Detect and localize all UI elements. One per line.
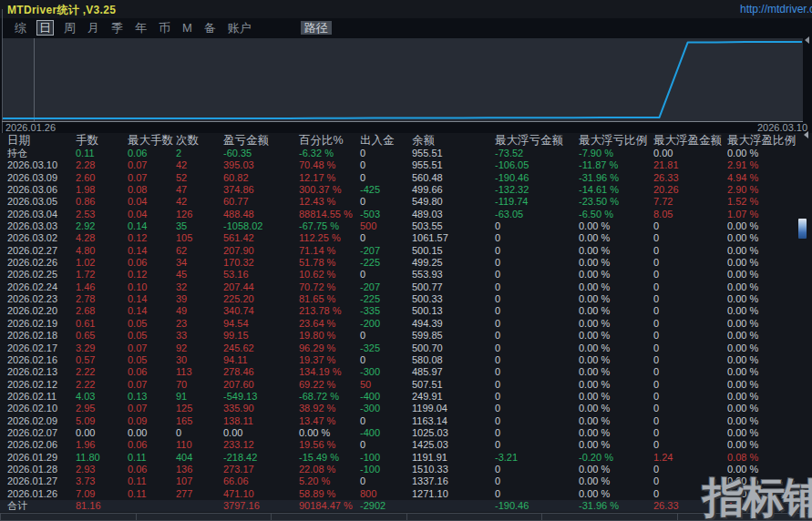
menu-item-季[interactable]: 季: [109, 21, 125, 35]
table-row[interactable]: 2026.02.102.950.07125335.9038.92 %-30011…: [0, 403, 812, 414]
table-row[interactable]: 2026.02.061.960.06110233.1219.56 %01425.…: [0, 439, 812, 451]
table-row[interactable]: 2026.02.132.220.06113278.46134.19 %-3004…: [0, 366, 812, 378]
scroll-arrow-icon[interactable]: [804, 131, 808, 138]
column-header[interactable]: 最大浮盈金额: [653, 133, 727, 148]
column-header[interactable]: 出入金: [360, 133, 412, 148]
table-row[interactable]: 2026.02.190.610.052394.5423.64 %-200494.…: [0, 318, 812, 330]
value-cell: 0.00 %: [579, 403, 653, 414]
value-cell: 249.91: [412, 391, 495, 403]
table-row[interactable]: 2026.03.102.280.0742395.0370.48 %0955.51…: [0, 159, 812, 171]
menu-item-M[interactable]: M: [180, 21, 194, 35]
column-header[interactable]: 余额: [412, 133, 495, 148]
value-cell: 0.07: [128, 342, 176, 354]
table-row[interactable]: 2026.02.261.020.0634170.3251.78 %-225499…: [0, 257, 812, 269]
value-cell: 1199.04: [412, 403, 495, 414]
table-row[interactable]: 2026.02.114.030.1391-549.13-68.72 %-4002…: [0, 391, 812, 403]
value-cell: 71.14 %: [299, 245, 360, 257]
date-cell: 持仓: [7, 148, 76, 159]
menu-item-账户[interactable]: 账户: [226, 21, 253, 35]
value-cell: 62: [176, 245, 223, 257]
value-cell: 2: [176, 148, 223, 159]
menu-item-月[interactable]: 月: [86, 21, 101, 35]
table-row[interactable]: 2026.02.251.720.124553.1610.62 %0553.930…: [0, 269, 812, 281]
value-cell: 374.86: [223, 184, 299, 196]
value-cell: 1.52 %: [727, 196, 804, 208]
value-cell: 1.07 %: [727, 209, 804, 220]
table-row[interactable]: 2026.02.274.800.1462207.9071.14 %-207500…: [0, 245, 812, 257]
table-row[interactable]: 2026.01.267.090.11277471.1058.89 %800127…: [0, 488, 812, 500]
path-button[interactable]: 路径: [301, 21, 332, 35]
table-row[interactable]: 2026.03.061.980.0847374.86300.37 %-42549…: [0, 184, 812, 196]
value-cell: 1271.10: [412, 488, 495, 500]
table-header-row: 日期手数最大手数次数盈亏金额百分比%出入金余额最大浮亏金额最大浮亏比例最大浮盈金…: [0, 133, 812, 148]
table-row[interactable]: 2026.01.282.930.06136273.1722.08 %-10015…: [0, 464, 812, 475]
menu-item-日[interactable]: 日: [36, 20, 54, 36]
column-header[interactable]: 最大浮亏比例: [579, 133, 653, 148]
value-cell: 0: [653, 439, 727, 451]
table-row[interactable]: 2026.03.050.860.044260.7712.43 %0549.80-…: [0, 196, 812, 208]
menu-item-年[interactable]: 年: [133, 21, 149, 35]
value-cell: 0: [495, 342, 579, 354]
table-row[interactable]: 2026.02.095.090.09165138.1113.47 %01163.…: [0, 415, 812, 427]
value-cell: 0.00 %: [579, 281, 653, 293]
table-row[interactable]: 2026.03.042.530.04126488.4888814.55 %-50…: [0, 209, 812, 220]
column-header[interactable]: 最大浮亏金额: [495, 133, 579, 148]
value-cell: 955.51: [412, 159, 495, 171]
value-cell: 0.00 %: [579, 269, 653, 281]
date-cell: 2026.02.18: [7, 330, 76, 342]
value-cell: 0.00 %: [579, 439, 653, 451]
table-row[interactable]: 2026.01.2911.800.11404-218.42-15.49 %-10…: [0, 452, 812, 464]
table-row[interactable]: 2026.02.122.220.0770207.6069.22 %50507.5…: [0, 379, 812, 391]
value-cell: 0: [653, 354, 727, 366]
value-cell: 2.78: [76, 293, 128, 305]
column-header[interactable]: 最大浮盈比例: [727, 133, 804, 148]
column-header[interactable]: 最大手数: [128, 133, 176, 148]
value-cell: 503.55: [412, 220, 495, 232]
table-row[interactable]: 2026.02.202.680.1449340.74213.78 %-33550…: [0, 305, 812, 317]
value-cell: -225: [360, 293, 412, 305]
value-cell: 800: [360, 488, 412, 500]
date-cell: 2026.02.06: [7, 439, 76, 451]
website-link[interactable]: http://mtdriver.c: [740, 3, 812, 15]
table-row[interactable]: 2026.03.092.600.075260.8212.17 %0560.48-…: [0, 172, 812, 184]
value-cell: -132.32: [495, 184, 579, 196]
value-cell: 42: [176, 196, 223, 208]
value-cell: 35: [176, 220, 223, 232]
menu-item-周[interactable]: 周: [62, 21, 77, 35]
table-row[interactable]: 2026.02.173.290.0792245.6296.29 %-325500…: [0, 342, 812, 354]
table-row[interactable]: 2026.02.180.650.053399.1519.80 %0599.850…: [0, 330, 812, 342]
value-cell: 0.86: [76, 196, 128, 208]
menu-item-综[interactable]: 综: [13, 21, 28, 35]
column-header[interactable]: 百分比%: [299, 133, 360, 148]
menu-item-备[interactable]: 备: [202, 21, 218, 35]
value-cell: 1.98: [76, 184, 128, 196]
value-cell: 0.00 %: [727, 439, 804, 451]
table-row[interactable]: 2026.02.241.460.1032207.4470.72 %-207500…: [0, 281, 812, 293]
value-cell: -31.96 %: [579, 500, 653, 512]
date-cell: 2026.02.11: [7, 391, 76, 403]
table-row[interactable]: 2026.02.070.000.0000.000.00 %-4001025.03…: [0, 427, 812, 439]
column-header[interactable]: 次数: [176, 133, 223, 148]
value-cell: 225.20: [223, 293, 299, 305]
value-cell: 88814.55 %: [299, 209, 360, 220]
column-header[interactable]: 手数: [76, 133, 128, 148]
value-cell: 0.05: [128, 330, 176, 342]
table-row[interactable]: 2026.02.232.780.1439225.2081.65 %-225500…: [0, 293, 812, 305]
value-cell: 4.03: [76, 391, 128, 403]
table-row[interactable]: 2026.01.273.730.1110766.065.20 %01337.16…: [0, 475, 812, 487]
table-row[interactable]: 持仓0.110.062-60.35-6.32 %0955.51-73.52-7.…: [0, 148, 812, 159]
scrollbar-thumb[interactable]: [798, 219, 807, 239]
value-cell: 91: [176, 391, 223, 403]
table-row[interactable]: 2026.03.032.920.1435-1058.02-67.75 %5005…: [0, 220, 812, 232]
value-cell: 125: [176, 403, 223, 414]
menu-item-币[interactable]: 币: [157, 21, 172, 35]
column-header[interactable]: 日期: [7, 133, 76, 148]
value-cell: 1025.03: [412, 427, 495, 439]
value-cell: 45: [176, 269, 223, 281]
value-cell: 0.14: [128, 245, 176, 257]
table-row[interactable]: 2026.02.160.570.053094.1119.37 %0580.080…: [0, 354, 812, 366]
total-row[interactable]: 合计81.163797.1690184.47 %-2902-190.46-31.…: [0, 500, 812, 512]
column-header[interactable]: 盈亏金额: [223, 133, 299, 148]
table-row[interactable]: 2026.03.024.280.12105561.42112.25 %01061…: [0, 232, 812, 244]
value-cell: -68.72 %: [299, 391, 360, 403]
